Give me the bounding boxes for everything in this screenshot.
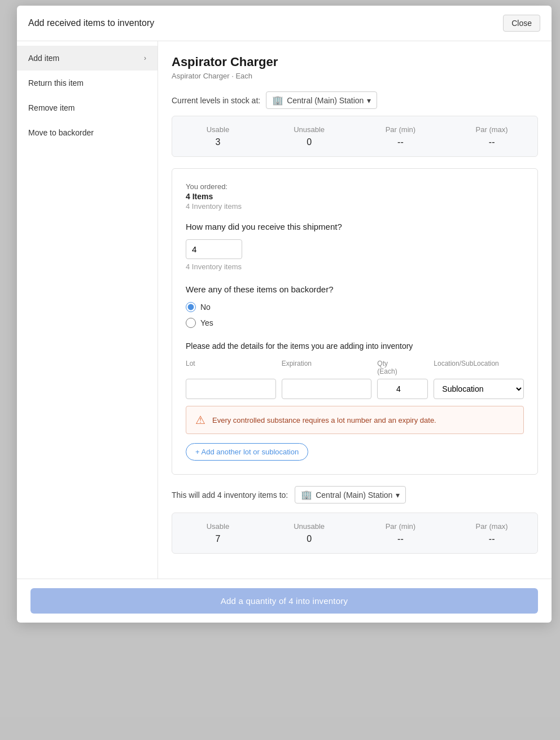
form-box: You ordered: 4 Items 4 Inventory items H… xyxy=(172,168,538,475)
usable-value: 3 xyxy=(172,137,264,147)
ordered-prefix: You ordered: xyxy=(186,182,524,191)
unusable-after-label: Unusable xyxy=(264,522,355,531)
par-max-after-value: -- xyxy=(446,534,537,544)
stock-table-before: Usable 3 Unusable 0 Par (min) -- Par (ma… xyxy=(172,116,538,157)
sidebar-item-add-item[interactable]: Add item › xyxy=(17,46,158,71)
usable-label: Usable xyxy=(172,125,264,134)
stock-label-text: Current levels in stock at: xyxy=(172,96,260,105)
item-title: Aspirator Charger xyxy=(172,55,538,69)
location-dropdown-before[interactable]: 🏢 Central (Main) Station ▾ xyxy=(266,91,377,109)
stock-unusable-before: Unusable 0 xyxy=(264,125,355,147)
usable-after-label: Usable xyxy=(172,522,264,531)
item-subtitle: Aspirator Charger · Each xyxy=(172,72,538,80)
radio-no-label[interactable]: No xyxy=(186,302,524,312)
ordered-inventory: 4 Inventory items xyxy=(186,202,524,211)
unusable-value: 0 xyxy=(264,137,355,147)
radio-yes-label[interactable]: Yes xyxy=(186,318,524,328)
modal-body: Add item › Return this item Remove item … xyxy=(17,41,552,579)
backorder-question: Were any of these items on backorder? xyxy=(186,284,524,294)
par-max-value: -- xyxy=(446,137,537,147)
sidebar-item-label: Remove item xyxy=(28,103,75,112)
expiration-input[interactable] xyxy=(282,379,372,399)
unusable-after-value: 0 xyxy=(264,534,355,544)
stock-table-after: Usable 7 Unusable 0 Par (min) -- Par (ma… xyxy=(172,513,538,554)
sidebar-item-move-to-backorder[interactable]: Move to backorder xyxy=(17,120,158,145)
lot-col-header: Lot xyxy=(186,360,276,375)
modal-header: Add received items to inventory Close xyxy=(17,6,552,41)
how-many-question: How many did you receive this shipment? xyxy=(186,222,524,231)
expiration-col-header: Expiration xyxy=(282,360,372,375)
sidebar-item-label: Return this item xyxy=(28,78,84,87)
unusable-label: Unusable xyxy=(264,125,355,134)
sidebar-item-return-item[interactable]: Return this item xyxy=(17,71,158,95)
will-add-text: This will add 4 inventory items to: xyxy=(172,491,288,500)
chevron-right-icon: › xyxy=(144,54,146,62)
will-add-row: This will add 4 inventory items to: 🏢 Ce… xyxy=(172,486,538,503)
lot-table-row: Sublocation xyxy=(186,379,524,399)
will-add-location-dropdown[interactable]: 🏢 Central (Main) Station ▾ xyxy=(295,486,406,503)
warning-text: Every controlled substance requires a lo… xyxy=(212,416,436,424)
stock-par-max-after: Par (max) -- xyxy=(446,522,537,544)
par-min-label: Par (min) xyxy=(355,125,447,134)
modal: Add received items to inventory Close Ad… xyxy=(17,6,552,623)
sidebar-item-label: Move to backorder xyxy=(28,128,94,137)
stock-par-max-before: Par (max) -- xyxy=(446,125,537,147)
warning-icon: ⚠ xyxy=(195,413,205,427)
main-content: Aspirator Charger Aspirator Charger · Ea… xyxy=(158,41,552,579)
location-col-header: Location/SubLocation xyxy=(434,360,524,375)
chevron-down-icon-2: ▾ xyxy=(396,491,400,500)
sidebar: Add item › Return this item Remove item … xyxy=(17,41,158,579)
lot-table-header: Lot Expiration Qty(Each) Location/SubLoc… xyxy=(186,360,524,375)
location-icon-2: 🏢 xyxy=(301,489,312,500)
stock-usable-before: Usable 3 xyxy=(172,125,264,147)
radio-no[interactable] xyxy=(186,302,196,312)
qty-col-header: Qty(Each) xyxy=(377,360,428,375)
sidebar-item-remove-item[interactable]: Remove item xyxy=(17,95,158,120)
qty-sublabel: 4 Inventory items xyxy=(186,262,524,271)
add-lot-button[interactable]: + Add another lot or sublocation xyxy=(186,443,308,461)
par-min-value: -- xyxy=(355,137,447,147)
modal-footer: Add a quantity of 4 into inventory xyxy=(17,579,552,623)
stock-unusable-after: Unusable 0 xyxy=(264,522,355,544)
par-max-after-label: Par (max) xyxy=(446,522,537,531)
stock-label-row: Current levels in stock at: 🏢 Central (M… xyxy=(172,91,538,109)
stock-usable-after: Usable 7 xyxy=(172,522,264,544)
warning-box: ⚠ Every controlled substance requires a … xyxy=(186,406,524,434)
usable-after-value: 7 xyxy=(172,534,264,544)
location-icon: 🏢 xyxy=(272,95,283,106)
radio-no-text: No xyxy=(200,303,211,312)
submit-button[interactable]: Add a quantity of 4 into inventory xyxy=(30,588,538,614)
will-add-location: Central (Main) Station xyxy=(316,491,392,500)
location-name: Central (Main) Station xyxy=(287,96,364,105)
stock-par-min-after: Par (min) -- xyxy=(355,522,447,544)
close-button[interactable]: Close xyxy=(503,15,540,32)
lot-input[interactable] xyxy=(186,379,276,399)
radio-yes-text: Yes xyxy=(200,318,213,327)
par-min-after-value: -- xyxy=(355,534,447,544)
details-question: Please add the details for the items you… xyxy=(186,341,524,351)
ordered-items: 4 Items xyxy=(186,192,524,201)
sublocation-select[interactable]: Sublocation xyxy=(434,379,524,399)
stock-par-min-before: Par (min) -- xyxy=(355,125,447,147)
par-min-after-label: Par (min) xyxy=(355,522,447,531)
lot-qty-input[interactable] xyxy=(377,379,428,399)
sidebar-item-label: Add item xyxy=(28,54,59,63)
modal-title: Add received items to inventory xyxy=(28,18,154,28)
backorder-radio-group: No Yes xyxy=(186,302,524,328)
radio-yes[interactable] xyxy=(186,318,196,328)
quantity-input[interactable] xyxy=(186,239,242,259)
chevron-down-icon: ▾ xyxy=(367,96,371,105)
par-max-label: Par (max) xyxy=(446,125,537,134)
